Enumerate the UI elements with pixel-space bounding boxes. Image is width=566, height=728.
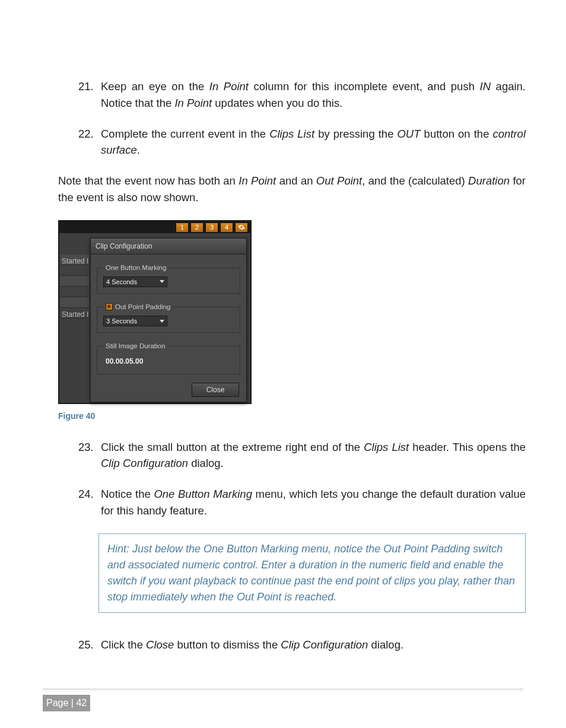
still-image-duration-field[interactable]: 00.00.05.00 [103, 355, 234, 368]
chevron-down-icon [160, 280, 164, 283]
text: updates when you do this. [212, 97, 342, 109]
dropdown-value: 4 Seconds [106, 277, 137, 287]
figure-caption: Figure 40 [58, 410, 526, 422]
italic: OUT [397, 128, 420, 140]
clips-list-window: 1 2 3 4 Started I Started I Clip Configu… [58, 220, 252, 404]
clip-configuration-dialog: Clip Configuration One Button Marking 4 … [90, 238, 247, 403]
italic: Clip Configuration [281, 638, 368, 651]
text: and an [276, 174, 316, 187]
italic: Clips List [269, 128, 314, 140]
step-number: 23. [78, 439, 94, 456]
group-label-text: Out Point Padding [115, 302, 170, 312]
note-paragraph: Note that the event now has both an In P… [58, 173, 526, 206]
tab-1[interactable]: 1 [176, 222, 189, 233]
step-list-3: 25. Click the Close button to dismiss th… [58, 637, 526, 653]
text: header. This opens the [409, 441, 526, 453]
list-item [61, 287, 89, 297]
out-point-padding-checkbox[interactable] [106, 303, 113, 310]
text: by pressing the [314, 128, 397, 140]
clips-side-column: Started I Started I [61, 255, 89, 319]
text: , and the (calculated) [362, 174, 468, 187]
group-label: Still Image Duration [103, 341, 167, 351]
text: . [137, 144, 140, 156]
text: button on the [421, 128, 493, 140]
step-23: 23. Click the small button at the extrem… [58, 439, 526, 472]
chevron-down-icon [160, 320, 164, 323]
still-image-duration-group: Still Image Duration 00.00.05.00 [97, 341, 240, 374]
dropdown-value: 3 Seconds [106, 316, 137, 326]
italic: In Point [174, 97, 212, 109]
text: column for this incomplete event, and pu… [249, 80, 480, 93]
list-item [61, 265, 89, 276]
italic: IN [480, 80, 491, 93]
step-number: 24. [78, 486, 94, 503]
page-content: 21. Keep an eye on the In Point column f… [58, 78, 526, 667]
text: Click the small button at the extreme ri… [101, 441, 364, 453]
italic: In Point [239, 174, 276, 187]
step-22: 22. Complete the current event in the Cl… [58, 126, 526, 159]
hint-box: Hint: Just below the One Button Marking … [98, 533, 526, 613]
step-25: 25. Click the Close button to dismiss th… [58, 637, 526, 653]
gear-icon[interactable] [235, 222, 248, 233]
italic: One Button Marking [154, 488, 252, 500]
step-list-2: 23. Click the small button at the extrem… [58, 439, 526, 519]
dialog-title: Clip Configuration [91, 239, 246, 255]
list-item: Started I [61, 308, 89, 319]
text: dialog. [188, 457, 224, 469]
text: Complete the current event in the [101, 128, 269, 140]
list-item [61, 276, 89, 287]
step-24: 24. Notice the One Button Marking menu, … [58, 486, 526, 519]
text: button to dismiss the [174, 638, 281, 651]
text: Notice the [101, 488, 154, 500]
italic: Out Point [316, 174, 362, 187]
italic: In Point [209, 80, 249, 93]
one-button-marking-dropdown[interactable]: 4 Seconds [103, 276, 167, 287]
list-item [61, 297, 89, 308]
step-21: 21. Keep an eye on the In Point column f… [58, 78, 526, 112]
group-label: Out Point Padding [103, 302, 173, 312]
tab-strip: 1 2 3 4 [59, 220, 250, 233]
group-label: One Button Marking [103, 263, 168, 273]
footer-rule [43, 689, 523, 691]
text: Keep an eye on the [101, 80, 209, 93]
out-point-padding-dropdown[interactable]: 3 Seconds [103, 316, 167, 326]
text: Note that the event now has both an [58, 174, 239, 187]
step-number: 21. [78, 78, 94, 95]
italic: Close [146, 638, 174, 651]
italic: Clips List [364, 441, 409, 453]
close-button[interactable]: Close [192, 383, 239, 397]
tab-3[interactable]: 3 [205, 222, 218, 233]
text: Click the [101, 638, 146, 651]
one-button-marking-group: One Button Marking 4 Seconds [97, 263, 240, 294]
tab-4[interactable]: 4 [220, 222, 233, 233]
italic: Clip Configuration [101, 457, 188, 469]
out-point-padding-group: Out Point Padding 3 Seconds [97, 302, 240, 333]
step-list: 21. Keep an eye on the In Point column f… [58, 78, 526, 158]
list-item: Started I [61, 255, 89, 265]
step-number: 25. [78, 637, 94, 653]
screenshot-figure: 1 2 3 4 Started I Started I Clip Configu… [58, 220, 526, 410]
italic: Duration [468, 174, 510, 187]
text: dialog. [368, 638, 403, 651]
page-footer: Page | 42 [43, 695, 90, 711]
tab-2[interactable]: 2 [190, 222, 203, 233]
step-number: 22. [78, 126, 94, 142]
